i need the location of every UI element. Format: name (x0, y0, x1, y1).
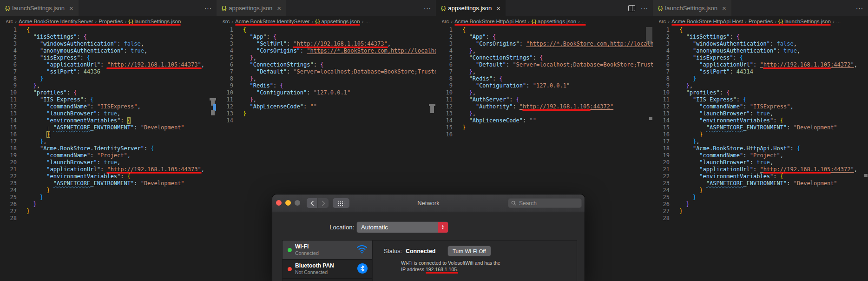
status-dot-green (288, 248, 292, 252)
line-number: 7 (653, 68, 670, 75)
breadcrumb-item[interactable]: ... (836, 19, 841, 24)
dialog-titlebar[interactable]: Network (272, 194, 585, 212)
breadcrumb-root[interactable]: src (223, 19, 230, 24)
line-text: "AbpLicenseCode": "" (233, 103, 317, 110)
line-number: 3 (436, 40, 453, 47)
zoom-window-button[interactable] (295, 200, 300, 206)
chevron-right-icon: › (578, 19, 580, 24)
breadcrumb-item[interactable]: ... (365, 19, 370, 24)
code-area[interactable]: 1{2 "iisSettings": {3 "windowsAuthentica… (653, 27, 868, 281)
code-line: 8 } (653, 75, 868, 82)
line-text: } (17, 131, 50, 138)
breadcrumb-item[interactable]: ... (582, 19, 586, 24)
close-tab-icon[interactable]: × (277, 5, 281, 12)
close-tab-icon[interactable]: × (69, 5, 73, 12)
breadcrumb-item[interactable]: {..}appsettings.json (315, 19, 360, 24)
chevron-right-icon: › (745, 19, 747, 24)
tab-label: launchSettings.json (12, 5, 65, 12)
line-number: 10 (0, 89, 17, 96)
code-line: 2 "App": { (436, 33, 653, 40)
tab-label: appsettings.json (448, 5, 492, 12)
line-number: 4 (653, 47, 670, 54)
line-number: 13 (653, 110, 670, 117)
chevron-right-icon: › (362, 19, 364, 24)
line-text: "sslPort": 44314 (670, 68, 753, 75)
line-text: "launchBrowser": true, (17, 110, 120, 117)
line-text: } (233, 110, 246, 117)
back-button[interactable] (307, 198, 317, 208)
overview-ruler[interactable] (646, 0, 652, 281)
location-dropdown[interactable]: Automatic ▲▼ (357, 222, 448, 233)
code-line: 27} (0, 208, 217, 215)
tab-launchSettings.json[interactable]: {..}launchSettings.json× (653, 0, 732, 16)
tab-appsettings.json[interactable]: {..}appsettings.json× (217, 0, 287, 16)
breadcrumb-item[interactable]: Properties (99, 19, 123, 24)
forward-button[interactable] (318, 198, 329, 208)
breadcrumb-item[interactable]: Acme.BookStore.IdentityServer (235, 19, 309, 24)
overview-ruler[interactable] (210, 0, 216, 281)
breadcrumb: src›Acme.BookStore.IdentityServer›{..}ap… (217, 16, 436, 27)
minimize-window-button[interactable] (285, 200, 291, 206)
breadcrumb-item[interactable]: {..}appsettings.json (532, 19, 576, 24)
search-input[interactable] (518, 200, 571, 207)
breadcrumb-item-label: Properties (749, 19, 773, 24)
split-editor-icon[interactable] (628, 5, 635, 11)
code-line: 7 "sslPort": 44314 (653, 68, 868, 75)
bracket-guide (48, 127, 48, 134)
code-line: 13 "launchBrowser": true, (0, 110, 217, 117)
code-line: 14 "environmentVariables": { (653, 117, 868, 124)
tab-appsettings.json[interactable]: {..}appsettings.json× (436, 0, 506, 16)
line-number: 5 (217, 54, 233, 61)
breadcrumb-root[interactable]: src (659, 19, 666, 24)
tab-launchSettings.json[interactable]: {..}launchSettings.json× (0, 0, 79, 16)
line-number: 21 (653, 166, 670, 173)
code-line: 4 "anonymousAuthentication": true, (0, 47, 217, 54)
code-area[interactable]: 1{2 "iisSettings": {3 "windowsAuthentica… (0, 27, 217, 281)
line-text: }, (670, 138, 699, 145)
line-number: 18 (653, 145, 670, 152)
line-number: 2 (0, 33, 17, 40)
breadcrumb-item[interactable]: {..}launchSettings.json (778, 19, 831, 24)
turn-wifi-off-button[interactable]: Turn Wi-Fi Off (448, 246, 491, 256)
line-text: }, (453, 110, 476, 117)
close-window-button[interactable] (276, 200, 282, 206)
code-line: 10 "Configuration": "127.0.0.1" (217, 89, 436, 96)
line-text: "commandName": "Project", (670, 152, 783, 159)
line-number: 11 (217, 96, 233, 103)
line-text: }, (233, 75, 256, 82)
code-line: 7 }, (436, 68, 653, 75)
breadcrumb-item[interactable]: {..}launchSettings.json (128, 19, 181, 24)
breadcrumb-root[interactable]: src (442, 19, 449, 24)
line-text: "CorsOrigins": "https://*.BookStore.com,… (233, 47, 436, 54)
line-text: "environmentVariables": { (670, 173, 783, 180)
close-tab-icon[interactable]: × (496, 5, 500, 12)
line-number: 23 (0, 180, 17, 187)
breadcrumb-item-label: ... (582, 19, 586, 24)
line-number: 4 (436, 47, 453, 54)
ruler-mark (430, 106, 434, 113)
breadcrumb-item[interactable]: Properties (749, 19, 773, 24)
code-line: 15 "ASPNETCORE_ENVIRONMENT": "Developmen… (653, 124, 868, 131)
overview-ruler[interactable] (861, 0, 868, 281)
line-number: 6 (217, 61, 233, 68)
line-number: 2 (653, 33, 670, 40)
code-line: 5 "iisExpress": { (653, 54, 868, 61)
show-all-button[interactable] (333, 198, 349, 208)
breadcrumb-root[interactable]: src (6, 19, 13, 24)
chevron-right-icon: › (231, 19, 233, 24)
line-number: 12 (217, 103, 233, 110)
close-tab-icon[interactable]: × (722, 5, 726, 12)
code-line: 6 "ConnectionStrings": { (217, 61, 436, 68)
service-row-wifi[interactable]: Wi-Fi Connected (283, 241, 372, 260)
line-number: 11 (0, 96, 17, 103)
line-text: "Authority": "http://192.168.1.105:44372… (453, 103, 613, 110)
service-row-bluetooth[interactable]: Bluetooth PAN Not Connected (283, 260, 372, 279)
breadcrumb-item[interactable]: Acme.BookStore.IdentityServer (19, 19, 93, 24)
code-line: 11 "IIS Express": { (653, 96, 868, 103)
breadcrumb-item-label: Acme.BookStore.HttpApi.Host (671, 19, 743, 24)
code-line: 25 } (653, 194, 868, 201)
breadcrumb-item[interactable]: Acme.BookStore.HttpApi.Host (671, 19, 743, 24)
search-field[interactable] (508, 198, 582, 208)
line-text: "ASPNETCORE_ENVIRONMENT": "Development" (17, 124, 184, 131)
breadcrumb-item[interactable]: Acme.BookStore.HttpApi.Host (454, 19, 526, 24)
